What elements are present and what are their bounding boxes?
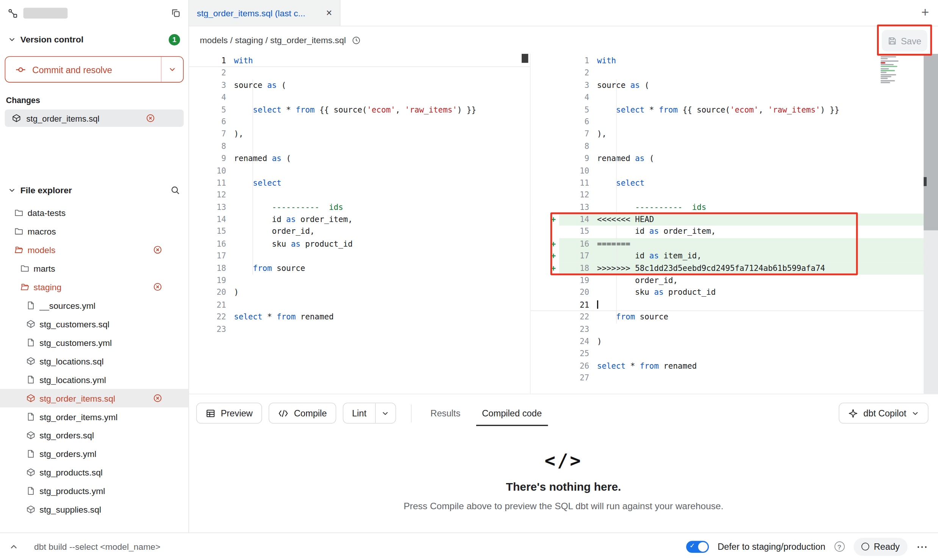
code-line[interactable]: 2 [189,67,530,79]
code-line[interactable]: 5 select * from {{ source('ecom', 'raw_i… [189,104,530,116]
copy-icon[interactable] [171,8,181,18]
lint-button[interactable]: Lint [343,403,396,424]
lint-options-chevron[interactable] [375,403,395,423]
tree-item-stg_customers.sql[interactable]: stg_customers.sql [0,315,188,333]
tree-item-stg_locations.yml[interactable]: stg_locations.yml [0,370,188,389]
code-line[interactable]: 13 ---------- ids [189,202,530,214]
code-line[interactable]: +14<<<<<<< HEAD [531,214,938,226]
changed-file-item[interactable]: stg_order_items.sql [5,109,184,127]
code-line[interactable]: 2 [531,67,938,79]
code-editor-left[interactable]: 1with23source as (45 select * from {{ so… [189,54,531,394]
revert-change-icon[interactable] [146,114,155,123]
code-line[interactable]: 18 from source [189,263,530,275]
commit-and-resolve-button[interactable]: Commit and resolve [5,56,184,82]
code-line[interactable]: 19 [189,275,530,287]
tree-item-stg_products.yml[interactable]: stg_products.yml [0,482,188,500]
tree-item-staging[interactable]: staging [0,278,188,296]
code-line[interactable]: +17 id as item_id, [531,250,938,262]
version-control-header[interactable]: Version control 1 [0,26,188,52]
file-history-icon[interactable] [352,36,361,45]
code-line[interactable]: 15 id as order_item, [531,226,938,238]
code-line[interactable]: 16 sku as product_id [189,238,530,250]
code-line[interactable]: 1with [531,55,938,67]
file-explorer-header[interactable]: File explorer [0,177,188,203]
code-line[interactable]: 9renamed as ( [531,153,938,165]
code-line[interactable]: 17 [189,250,530,262]
overflow-menu-icon[interactable]: ⋯ [916,540,929,553]
tab-stg-order-items[interactable]: stg_order_items.sql (last c... × [189,0,341,26]
code-line[interactable]: 14 id as order_item, [189,214,530,226]
commit-options-chevron[interactable] [161,57,183,82]
revert-change-icon[interactable] [153,282,162,291]
code-line[interactable]: 7), [531,128,938,140]
tree-item-models[interactable]: models [0,241,188,259]
search-icon[interactable] [170,186,180,195]
tree-item-stg_order_items.yml[interactable]: stg_order_items.yml [0,407,188,426]
code-line[interactable]: 21 [531,299,938,311]
code-line[interactable]: 20) [189,287,530,299]
code-editor-right[interactable]: 1with23source as (45 select * from {{ so… [531,54,938,394]
tree-item-stg_customers.yml[interactable]: stg_customers.yml [0,333,188,352]
revert-change-icon[interactable] [153,394,162,403]
code-line[interactable]: 6 [189,116,530,128]
tab-results[interactable]: Results [420,394,471,432]
code-line[interactable]: 25 [531,348,938,360]
tree-item-stg_orders.sql[interactable]: stg_orders.sql [0,426,188,444]
tree-item-stg_locations.sql[interactable]: stg_locations.sql [0,352,188,371]
save-button[interactable]: Save [882,30,927,52]
code-line[interactable]: 8 [189,141,530,153]
preview-button[interactable]: Preview [196,403,262,424]
code-line[interactable]: 8 [531,141,938,153]
tab-close-icon[interactable]: × [326,8,332,18]
code-line[interactable]: 10 [531,165,938,177]
chevron-up-icon[interactable] [9,542,18,551]
code-line[interactable]: +18>>>>>>> 58c1dd23d5eebd9cd2495fa7124ab… [531,263,938,275]
code-line[interactable]: 22 from source [531,311,938,323]
code-line[interactable]: 20 sku as product_id [531,287,938,299]
revert-change-icon[interactable] [153,245,162,254]
tree-item-__sources.yml[interactable]: __sources.yml [0,296,188,315]
code-line[interactable]: 19 order_id, [531,275,938,287]
tree-item-stg_orders.yml[interactable]: stg_orders.yml [0,444,188,463]
code-line[interactable]: 24) [531,336,938,348]
code-line[interactable]: 3source as ( [531,80,938,92]
tree-item-macros[interactable]: macros [0,222,188,241]
scrollbar-thumb[interactable] [522,54,528,63]
project-lineage-icon[interactable] [8,8,18,18]
code-line[interactable]: 23 [531,324,938,336]
code-line[interactable]: 6 [531,116,938,128]
code-line[interactable]: 27 [531,372,938,384]
status-ready-badge[interactable]: Ready [854,538,908,555]
code-line[interactable]: 4 [531,92,938,104]
code-line[interactable]: 13 ---------- ids [531,202,938,214]
code-line[interactable]: 12 [531,189,938,201]
compile-button[interactable]: Compile [269,403,336,424]
code-line[interactable]: 10 [189,165,530,177]
defer-toggle[interactable]: ✓ [686,541,708,553]
minimap[interactable] [880,56,904,84]
code-line[interactable]: 7), [189,128,530,140]
code-line[interactable]: 1with [189,55,530,67]
scrollbar-thumb[interactable] [924,54,938,230]
tree-item-stg_products.sql[interactable]: stg_products.sql [0,463,188,482]
tab-compiled-code[interactable]: Compiled code [471,394,553,432]
code-line[interactable]: +16======= [531,238,938,250]
code-line[interactable]: 9renamed as ( [189,153,530,165]
code-line[interactable]: 26select * from renamed [531,360,938,372]
scrollbar-vertical[interactable] [924,54,938,394]
code-line[interactable]: 11 select [531,177,938,189]
code-line[interactable]: 5 select * from {{ source('ecom', 'raw_i… [531,104,938,116]
tree-item-marts[interactable]: marts [0,259,188,278]
code-line[interactable]: 21 [189,299,530,311]
code-line[interactable]: 3source as ( [189,80,530,92]
help-icon[interactable]: ? [834,541,844,552]
code-line[interactable]: 22select * from renamed [189,311,530,323]
tree-item-data-tests[interactable]: data-tests [0,203,188,222]
tree-item-stg_order_items.sql[interactable]: stg_order_items.sql [0,389,188,407]
code-line[interactable]: 15 order_id, [189,226,530,238]
tree-item-stg_supplies.sql[interactable]: stg_supplies.sql [0,500,188,519]
code-line[interactable]: 4 [189,92,530,104]
code-line[interactable]: 11 select [189,177,530,189]
code-line[interactable]: 12 [189,189,530,201]
code-line[interactable]: 23 [189,324,530,336]
